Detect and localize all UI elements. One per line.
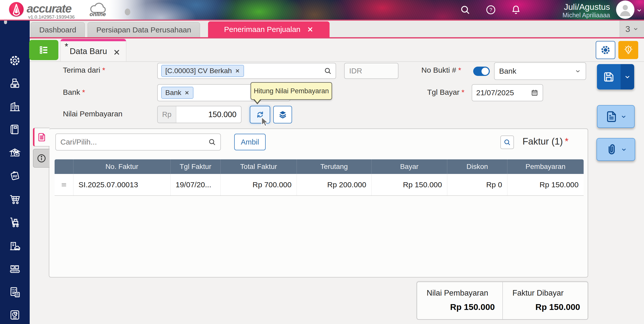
show-list-button[interactable] <box>29 40 58 60</box>
sidebar-item-fixed-asset[interactable] <box>9 239 21 252</box>
no-bukti-select[interactable]: Bank <box>494 62 586 80</box>
tooltip-arrow-fill <box>254 99 261 106</box>
nilai-pembayaran-input[interactable]: Rp 150.000 <box>157 106 242 123</box>
save-button[interactable] <box>597 64 634 89</box>
tab-persiapan-data-perusahaan[interactable]: Persiapan Data Perusahaan <box>88 22 200 37</box>
faktur-lookup-button[interactable] <box>500 135 514 149</box>
layers-button[interactable] <box>273 106 292 123</box>
terima-dari-label: Terima dari* <box>63 66 105 74</box>
sidebar-item-cash-register[interactable] <box>9 77 21 90</box>
sidebar-item-report[interactable] <box>9 309 21 321</box>
tab-bar-underline <box>30 37 644 38</box>
bank-chip[interactable]: Bank <box>161 87 193 99</box>
building-car-icon <box>9 239 21 252</box>
tab-dashboard[interactable]: Dashboard <box>31 22 85 37</box>
required-mark: * <box>82 88 85 96</box>
user-menu-chevron-icon[interactable] <box>636 7 642 14</box>
faktur-section-title: Faktur (1)* <box>522 136 569 147</box>
search-icon[interactable] <box>208 138 216 146</box>
tgl-bayar-input[interactable]: 21/07/2025 <box>472 84 543 101</box>
chevron-down-icon <box>621 146 627 153</box>
col-pembayaran: Pembayaran <box>507 159 584 174</box>
detail-tab-faktur[interactable] <box>33 128 50 147</box>
col-diskon: Diskon <box>447 159 507 174</box>
currency-field: IDR <box>344 63 398 79</box>
sidebar-item-manufacture[interactable] <box>9 262 21 275</box>
close-icon[interactable] <box>307 26 313 33</box>
invoice-document-icon <box>37 132 47 143</box>
tooltip-text: Hitung Nilai Pembayaran <box>254 87 329 95</box>
row-drag-handle[interactable] <box>55 174 73 195</box>
remove-chip-icon[interactable] <box>184 90 189 95</box>
no-bukti-label: No Bukti #* <box>421 66 461 74</box>
logo-wordmark: accurate <box>27 2 71 15</box>
info-icon <box>36 153 47 164</box>
search-icon[interactable] <box>459 4 471 16</box>
sidebar-item-company[interactable] <box>9 100 21 113</box>
remove-chip-icon[interactable] <box>235 68 240 73</box>
sidebar-item-purchase-trolley[interactable] <box>9 216 21 228</box>
summary-value: Rp 150.000 <box>512 302 580 312</box>
cell-bayar[interactable]: Rp 150.000 <box>372 174 447 195</box>
close-icon[interactable] <box>113 49 120 56</box>
tab-label: Dashboard <box>39 26 76 34</box>
notifications-bell-icon[interactable] <box>510 4 522 16</box>
top-banner: accurate online v1.0.1#2957-1939436 ? Ju… <box>0 0 644 21</box>
sidebar: Rp TAX <box>0 21 30 324</box>
summary-faktur-dibayar: Faktur Dibayar Rp 150.000 <box>502 282 588 319</box>
col-handle <box>55 159 73 174</box>
ambil-button[interactable]: Ambil <box>234 134 266 150</box>
open-tabs-counter[interactable]: 3 <box>620 21 644 37</box>
col-terutang: Terutang <box>297 159 372 174</box>
no-bukti-toggle[interactable] <box>473 67 490 76</box>
faktur-search-input[interactable] <box>55 133 221 151</box>
accurate-logo-badge <box>9 2 24 17</box>
conveyor-icon <box>9 262 21 275</box>
search-icon[interactable] <box>324 67 332 75</box>
sidebar-item-sales-cart[interactable] <box>9 193 21 206</box>
sidebar-item-price-tag-rp[interactable]: Rp <box>9 169 21 182</box>
terima-dari-input[interactable]: [C.00003] CV Berkah <box>157 63 336 79</box>
detail-tab-info[interactable] <box>33 149 50 168</box>
tips-button[interactable] <box>618 41 638 59</box>
svg-text:?: ? <box>489 7 492 13</box>
tab-label: Persiapan Data Perusahaan <box>96 26 191 34</box>
tab-penerimaan-penjualan[interactable]: Penerimaan Penjualan <box>208 21 330 37</box>
col-total-faktur: Total Faktur <box>221 159 297 174</box>
chevron-down-icon <box>633 26 639 32</box>
book-icon <box>9 123 21 136</box>
document-tab-data-baru[interactable]: * Data Baru <box>60 39 126 61</box>
avatar[interactable] <box>616 1 634 19</box>
attachments-button[interactable] <box>596 138 635 161</box>
preview-document-button[interactable] <box>597 105 635 128</box>
chevron-down-icon <box>620 113 627 120</box>
sidebar-item-tax[interactable]: TAX <box>9 286 21 298</box>
summary-nilai-pembayaran: Nilai Pembayaran Rp 150.000 <box>417 282 502 319</box>
trolley-icon <box>9 216 21 228</box>
doc-tab-accent <box>61 39 126 41</box>
save-options[interactable] <box>621 64 634 89</box>
main-tab-bar: Dashboard Persiapan Data Perusahaan Pene… <box>30 21 644 37</box>
cell-tgl-faktur[interactable]: 19/07/20... <box>171 174 221 195</box>
cell-no-faktur[interactable]: SI.2025.07.00013 <box>73 174 171 195</box>
period-label[interactable]: Juli/Agustus <box>564 2 610 12</box>
col-bayar: Bayar <box>372 159 447 174</box>
tab-label: Penerimaan Penjualan <box>224 25 301 34</box>
cell-diskon[interactable]: Rp 0 <box>447 174 507 195</box>
sidebar-item-ledger-book[interactable] <box>9 123 21 136</box>
calendar-icon[interactable] <box>531 89 539 97</box>
bank-chip-label: Bank <box>165 89 181 97</box>
search-input[interactable] <box>60 137 208 147</box>
sidebar-item-settings[interactable] <box>9 54 21 67</box>
form-settings-button[interactable] <box>596 41 615 59</box>
customer-chip[interactable]: [C.00003] CV Berkah <box>161 65 244 77</box>
help-icon[interactable]: ? <box>485 4 497 16</box>
required-mark: * <box>458 66 461 74</box>
tgl-bayar-value: 21/07/2025 <box>476 88 514 97</box>
table-row[interactable]: SI.2025.07.00013 19/07/20... Rp 700.000 … <box>55 174 584 196</box>
save-main[interactable] <box>597 64 621 89</box>
sidebar-item-bank-cash[interactable] <box>9 146 21 159</box>
logo-a-icon <box>9 2 24 17</box>
chevron-down-icon <box>575 68 581 74</box>
payment-summary: Nilai Pembayaran Rp 150.000 Faktur Dibay… <box>417 282 588 320</box>
